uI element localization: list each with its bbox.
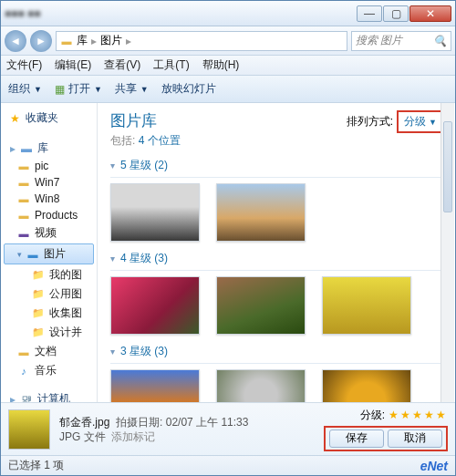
status-selection: 已选择 1 项 xyxy=(8,458,64,473)
sidebar: ★收藏夹 ▸▬库 ▬pic ▬Win7 ▬Win8 ▬Products ▬视频 … xyxy=(1,103,98,402)
search-input[interactable]: 搜索 图片 🔍 xyxy=(351,31,451,51)
search-placeholder: 搜索 图片 xyxy=(356,33,402,48)
thumbnail[interactable] xyxy=(110,369,200,402)
content-pane: 图片库 包括: 4 个位置 排列方式: 分级▼ ▾5 星级 (2) xyxy=(98,103,455,402)
group-4-star[interactable]: ▾4 星级 (3) xyxy=(110,245,444,271)
menu-view[interactable]: 查看(V) xyxy=(104,57,140,73)
details-pane: 郁金香.jpg 拍摄日期: 02/07 上午 11:33 JPG 文件 添加标记… xyxy=(1,402,455,455)
sort-label: 排列方式: xyxy=(347,114,393,129)
forward-button[interactable]: ► xyxy=(30,30,52,52)
sidebar-item-win7[interactable]: ▬Win7 xyxy=(1,174,97,191)
details-date: 02/07 上午 11:33 xyxy=(166,416,249,429)
sidebar-item-products[interactable]: ▬Products xyxy=(1,207,97,223)
sidebar-computer[interactable]: ▸🖳计算机 xyxy=(1,388,97,402)
details-filename: 郁金香.jpg xyxy=(59,416,109,429)
thumbnail[interactable] xyxy=(322,276,411,335)
minimize-button[interactable]: — xyxy=(357,5,382,22)
sidebar-item-pictures[interactable]: ▾▬图片 xyxy=(4,243,94,264)
sidebar-item-documents[interactable]: ▬文档 xyxy=(1,342,97,361)
thumbnail[interactable] xyxy=(322,369,411,402)
toolbar-slideshow[interactable]: 放映幻灯片 xyxy=(161,81,216,97)
thumbnails-area: ▾5 星级 (2) ▾4 星级 (3) ▾3 星级 (3) xyxy=(98,152,455,402)
menu-bar: 文件(F) 编辑(E) 查看(V) 工具(T) 帮助(H) xyxy=(1,56,455,76)
titlebar-title: ■■■ ■■ xyxy=(5,7,357,20)
status-bar: 已选择 1 项 eNet xyxy=(1,455,455,475)
sidebar-item-public-pictures[interactable]: 📁公用图 xyxy=(1,285,97,304)
thumbnail[interactable] xyxy=(110,183,200,242)
sidebar-item-videos[interactable]: ▬视频 xyxy=(1,223,97,243)
toolbar-organize[interactable]: 组织▼ xyxy=(8,81,42,97)
menu-file[interactable]: 文件(F) xyxy=(6,57,42,73)
details-filetype: JPG 文件 xyxy=(59,430,106,443)
maximize-button[interactable]: ▢ xyxy=(383,5,409,22)
rating-stars[interactable]: ★★★★★ xyxy=(389,409,448,421)
save-button[interactable]: 保存 xyxy=(329,429,384,448)
thumbnail[interactable] xyxy=(216,369,306,402)
breadcrumb[interactable]: ▬ 库 ▸ 图片 ▸ xyxy=(56,31,347,51)
sidebar-item-win8[interactable]: ▬Win8 xyxy=(1,191,97,207)
breadcrumb-current[interactable]: 图片 xyxy=(100,33,122,48)
watermark-brand: eNet xyxy=(420,459,448,473)
scrollbar[interactable] xyxy=(440,103,454,402)
page-subtitle: 包括: 4 个位置 xyxy=(110,133,181,149)
menu-tools[interactable]: 工具(T) xyxy=(153,57,189,73)
breadcrumb-root[interactable]: 库 xyxy=(77,33,88,48)
save-cancel-box: 保存 取消 xyxy=(324,426,448,451)
toolbar: 组织▼ ▦打开▼ 共享▼ 放映幻灯片 xyxy=(1,76,455,103)
details-preview-thumb xyxy=(8,409,50,450)
sidebar-item-music[interactable]: ♪音乐 xyxy=(1,361,97,380)
sidebar-item-my-pictures[interactable]: 📁我的图 xyxy=(1,265,97,285)
cancel-button[interactable]: 取消 xyxy=(388,429,442,448)
toolbar-open[interactable]: ▦打开▼ xyxy=(55,81,102,97)
sort-dropdown[interactable]: 分级▼ xyxy=(397,110,444,133)
menu-help[interactable]: 帮助(H) xyxy=(202,57,240,73)
library-icon: ▬ xyxy=(60,35,73,47)
search-icon: 🔍 xyxy=(433,35,447,47)
menu-edit[interactable]: 编辑(E) xyxy=(55,57,91,73)
sidebar-item-design[interactable]: 📁设计并 xyxy=(1,323,97,342)
titlebar: ■■■ ■■ — ▢ ✕ xyxy=(1,1,455,26)
toolbar-share[interactable]: 共享▼ xyxy=(115,81,149,97)
thumbnail[interactable] xyxy=(216,276,306,335)
scroll-thumb[interactable] xyxy=(443,121,452,212)
group-5-star[interactable]: ▾5 星级 (2) xyxy=(110,152,444,178)
thumbnail[interactable] xyxy=(216,183,306,242)
sidebar-item-collected[interactable]: 📁收集图 xyxy=(1,304,97,323)
rating-label: 分级: xyxy=(360,408,385,423)
back-button[interactable]: ◄ xyxy=(5,30,26,52)
close-button[interactable]: ✕ xyxy=(409,5,451,22)
page-title: 图片库 xyxy=(110,110,181,131)
sidebar-favorites[interactable]: ★收藏夹 xyxy=(1,107,97,128)
sidebar-libraries[interactable]: ▸▬库 xyxy=(1,137,97,158)
details-tags[interactable]: 添加标记 xyxy=(111,430,155,443)
navigation-bar: ◄ ► ▬ 库 ▸ 图片 ▸ 搜索 图片 🔍 xyxy=(1,26,455,56)
sidebar-item-pic[interactable]: ▬pic xyxy=(1,158,97,174)
group-3-star[interactable]: ▾3 星级 (3) xyxy=(110,338,444,364)
thumbnail[interactable] xyxy=(110,276,200,335)
